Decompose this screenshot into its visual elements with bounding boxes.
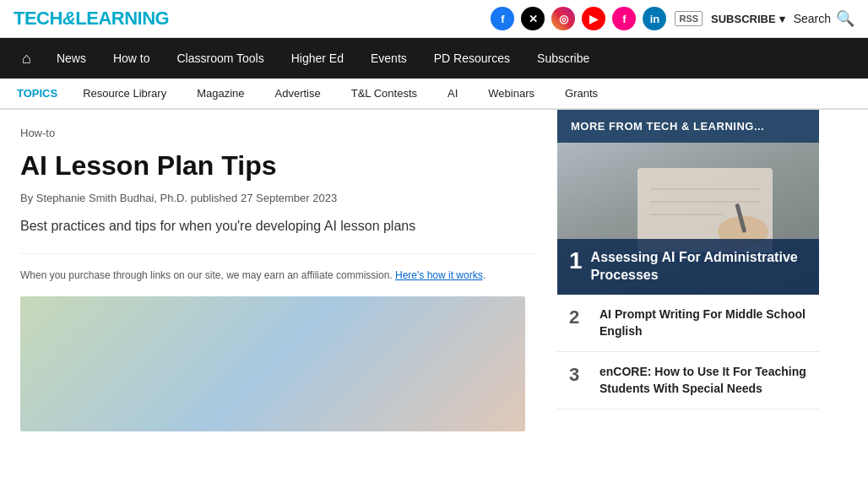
logo-tech: TECH: [14, 8, 62, 29]
search-label: Search: [794, 12, 831, 25]
published-label: published: [191, 192, 241, 204]
subscribe-button[interactable]: SUBSCRIBE ▾: [711, 13, 785, 25]
social-icons: f ✕ ◎ ▶ f in: [491, 7, 666, 30]
header-right: f ✕ ◎ ▶ f in RSS SUBSCRIBE ▾ Search 🔍: [491, 7, 854, 30]
nav-item-events[interactable]: Events: [357, 38, 420, 79]
sec-nav-magazine[interactable]: Magazine: [182, 79, 259, 108]
list-item-title: enCORE: How to Use It For Teaching Stude…: [599, 364, 807, 397]
article-meta: By Stephanie Smith Budhai, Ph.D. publish…: [20, 192, 537, 204]
sidebar-featured-overlay: 1 Assessing AI For Administrative Proces…: [557, 239, 819, 295]
nav-item-subscribe[interactable]: Subscribe: [524, 38, 603, 79]
home-nav-icon[interactable]: ⌂: [10, 40, 43, 78]
affiliate-link[interactable]: Here's how it works: [395, 269, 483, 281]
sec-nav-advertise[interactable]: Advertise: [260, 79, 336, 108]
article-author[interactable]: Stephanie Smith Budhai, Ph.D.: [36, 192, 187, 204]
sec-nav-resource-library[interactable]: Resource Library: [68, 79, 182, 108]
main-content: How-to AI Lesson Plan Tips By Stephanie …: [0, 110, 868, 448]
primary-nav: ⌂ News How to Classroom Tools Higher Ed …: [0, 38, 868, 79]
secondary-nav: TOPICS Resource Library Magazine Adverti…: [0, 79, 868, 110]
sec-nav-ai[interactable]: AI: [432, 79, 473, 108]
instagram-icon[interactable]: ◎: [551, 7, 575, 30]
rss-badge[interactable]: RSS: [675, 11, 703, 26]
article-summary: Best practices and tips for when you're …: [20, 216, 537, 236]
topics-label: TOPICS: [7, 79, 68, 108]
list-item-number: 3: [569, 364, 589, 386]
by-label: By: [20, 192, 36, 204]
affiliate-notice: When you purchase through links on our s…: [20, 253, 537, 283]
list-item[interactable]: 2 AI Prompt Writing For Middle School En…: [557, 295, 819, 352]
list-item-number: 2: [569, 306, 589, 328]
subscribe-label: SUBSCRIBE: [711, 13, 776, 25]
search-icon: 🔍: [836, 9, 854, 28]
site-header: TECH&LEARNING f ✕ ◎ ▶ f in RSS SUBSCRIBE…: [0, 0, 868, 38]
nav-item-pd-resources[interactable]: PD Resources: [420, 38, 524, 79]
linkedin-icon[interactable]: in: [643, 7, 666, 30]
affiliate-text: When you purchase through links on our s…: [20, 269, 393, 281]
facebook-icon[interactable]: f: [491, 7, 514, 30]
nav-item-howto[interactable]: How to: [100, 38, 164, 79]
twitter-x-icon[interactable]: ✕: [521, 7, 545, 30]
sec-nav-webinars[interactable]: Webinars: [473, 79, 550, 108]
nav-item-news[interactable]: News: [43, 38, 100, 79]
logo-ampersand: &: [62, 8, 75, 29]
search-area[interactable]: Search 🔍: [794, 9, 854, 28]
featured-title: Assessing AI For Administrative Processe…: [591, 249, 807, 285]
featured-number: 1: [569, 249, 583, 273]
subscribe-arrow-icon: ▾: [779, 13, 785, 25]
affiliate-suffix: .: [483, 269, 486, 281]
nav-item-classroom-tools[interactable]: Classroom Tools: [163, 38, 277, 79]
flipboard-icon[interactable]: f: [612, 7, 636, 30]
breadcrumb[interactable]: How-to: [20, 127, 537, 139]
youtube-icon[interactable]: ▶: [582, 7, 605, 30]
sec-nav-grants[interactable]: Grants: [550, 79, 613, 108]
nav-item-higher-ed[interactable]: Higher Ed: [278, 38, 357, 79]
logo-learning: LEARNING: [75, 8, 169, 29]
sidebar-list: 2 AI Prompt Writing For Middle School En…: [557, 295, 819, 409]
list-item-title: AI Prompt Writing For Middle School Engl…: [599, 306, 807, 339]
article-title: AI Lesson Plan Tips: [20, 149, 537, 182]
site-logo[interactable]: TECH&LEARNING: [14, 8, 169, 30]
article-image: [20, 296, 525, 431]
sidebar-featured[interactable]: 1 Assessing AI For Administrative Proces…: [557, 143, 819, 295]
sec-nav-tl-contests[interactable]: T&L Contests: [336, 79, 432, 108]
article-section: How-to AI Lesson Plan Tips By Stephanie …: [0, 110, 557, 448]
article-date: 27 September 2023: [241, 192, 337, 204]
list-item[interactable]: 3 enCORE: How to Use It For Teaching Stu…: [557, 352, 819, 409]
sidebar: MORE FROM TECH & LEARNING...: [557, 110, 819, 448]
sidebar-header: MORE FROM TECH & LEARNING...: [557, 110, 819, 143]
